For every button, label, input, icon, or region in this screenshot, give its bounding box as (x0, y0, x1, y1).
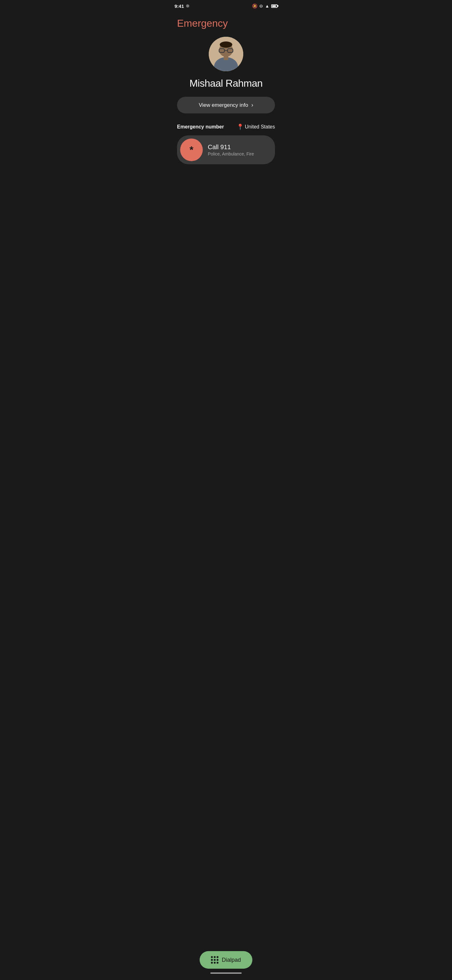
location-pin-icon: 📍 (237, 123, 244, 130)
location-info: 📍 United States (237, 123, 275, 130)
call-number: Call 911 (208, 143, 231, 151)
call-info: Call 911 Police, Ambulance, Fire (208, 143, 254, 156)
main-content: Emergency (170, 11, 282, 177)
chevron-right-icon: › (251, 102, 253, 108)
status-time: 9:41 (174, 3, 184, 9)
status-icons: 🔕 ⊖ ▲ (252, 3, 278, 8)
battery-icon (271, 5, 278, 8)
call-services: Police, Ambulance, Fire (208, 151, 254, 156)
avatar-placeholder (209, 37, 243, 71)
emergency-number-label: Emergency number (177, 124, 224, 130)
notification-icon: ❊ (186, 3, 190, 8)
user-name: Mishaal Rahman (189, 78, 262, 89)
svg-point-2 (220, 41, 232, 48)
page-title: Emergency (177, 18, 228, 29)
status-bar: 9:41 ❊ 🔕 ⊖ ▲ (170, 0, 282, 11)
emergency-header: Emergency number 📍 United States (177, 123, 275, 130)
dnd-icon: ⊖ (259, 3, 263, 8)
mute-icon: 🔕 (252, 3, 257, 8)
view-info-label: View emergency info (199, 102, 248, 108)
view-emergency-info-button[interactable]: View emergency info › (177, 97, 275, 113)
call-911-button[interactable]: * Call 911 Police, Ambulance, Fire (177, 135, 275, 164)
wifi-icon: ▲ (265, 3, 269, 8)
svg-rect-7 (224, 56, 228, 60)
emergency-asterisk-circle: * (180, 138, 203, 161)
avatar (209, 37, 243, 71)
location-text: United States (245, 124, 275, 130)
asterisk-icon: * (190, 145, 193, 155)
avatar-svg (209, 37, 243, 71)
